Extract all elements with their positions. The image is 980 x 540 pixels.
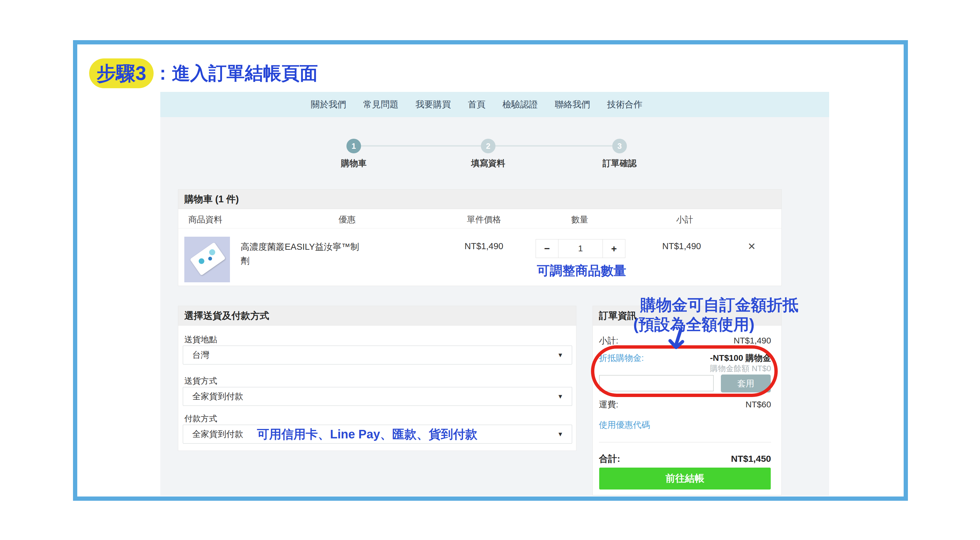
coupon-code-link[interactable]: 使用優惠代碼 (599, 419, 650, 431)
delivery-location-select[interactable]: 台灣 ▼ (183, 346, 572, 365)
nav-item-contact[interactable]: 聯絡我們 (555, 99, 590, 111)
col-quantity: 數量 (571, 214, 588, 225)
total-value: NT$1,450 (731, 454, 771, 464)
delivery-location-value: 台灣 (192, 349, 209, 361)
checkout-button[interactable]: 前往結帳 (599, 468, 771, 489)
page-title: ：進入訂單結帳頁面 (154, 58, 318, 88)
progress-step-3-number: 3 (617, 142, 622, 151)
progress-step-1-circle: 1 (347, 139, 361, 153)
shipping-fee-value: NT$60 (746, 400, 771, 409)
step-badge-label: 步驟3 (96, 60, 146, 87)
quantity-decrease-button[interactable]: − (536, 239, 558, 258)
progress-step-2-number: 2 (486, 142, 490, 151)
product-image (184, 237, 230, 282)
progress-step-1-number: 1 (352, 142, 356, 151)
credit-callout-line2: (預設為全額使用) (633, 314, 755, 335)
order-info-title: 訂單資訊 (599, 309, 636, 322)
quantity-input[interactable]: 1 (558, 239, 603, 258)
cart-column-header-row: 商品資料 優惠 單件價格 數量 小計 (178, 209, 781, 228)
quantity-stepper: − 1 + (536, 239, 625, 258)
cart-header: 購物車 (1 件) (178, 190, 781, 209)
cart-title: 購物車 (1 件) (184, 193, 239, 205)
nav-item-about[interactable]: 關於我們 (311, 99, 346, 111)
progress-step-3-label: 訂單確認 (589, 158, 650, 169)
total-row: 合計: NT$1,450 (599, 453, 771, 465)
payment-method-label: 付款方式 (184, 413, 217, 424)
delivery-method-value: 全家貨到付款 (192, 390, 243, 402)
progress-step-2-circle: 2 (481, 139, 495, 153)
payment-method-value: 全家貨到付款 (192, 428, 243, 440)
nav-item-certification[interactable]: 檢驗認證 (503, 99, 538, 111)
product-name: 高濃度菌叢EASILY益汝寧™制劑 (240, 240, 365, 268)
shipping-payment-section: 選擇送貨及付款方式 送貨地點 台灣 ▼ 送貨方式 全家貨到付款 ▼ 付款方式 全… (178, 306, 576, 451)
chevron-down-icon: ▼ (557, 431, 563, 438)
quantity-increase-button[interactable]: + (603, 239, 625, 258)
nav-item-buy[interactable]: 我要購買 (415, 99, 451, 111)
remove-item-icon[interactable]: ✕ (748, 241, 756, 252)
nav-item-faq[interactable]: 常見問題 (363, 99, 398, 111)
shipping-fee-label: 運費: (599, 399, 618, 410)
col-discount: 優惠 (339, 214, 356, 225)
product-unit-price: NT$1,490 (465, 241, 503, 251)
delivery-method-label: 送貨方式 (184, 376, 217, 386)
col-subtotal: 小計 (676, 214, 693, 225)
credit-callout-line1: 購物金可自訂金額折抵 (640, 295, 799, 316)
progress-step-2-label: 填寫資料 (458, 158, 519, 169)
payment-method-select[interactable]: 全家貨到付款 可用信用卡、Line Pay、匯款、貨到付款 ▼ (183, 425, 572, 444)
payment-annotation: 可用信用卡、Line Pay、匯款、貨到付款 (257, 426, 477, 443)
product-subtotal: NT$1,490 (662, 241, 701, 251)
shipping-title: 選擇送貨及付款方式 (184, 309, 269, 322)
col-unit-price: 單件價格 (467, 214, 501, 225)
nav-item-home[interactable]: 首頁 (468, 99, 485, 111)
down-arrow-icon (666, 328, 688, 354)
chevron-down-icon: ▼ (557, 393, 563, 400)
shipping-header: 選擇送貨及付款方式 (178, 306, 576, 325)
delivery-method-select[interactable]: 全家貨到付款 ▼ (183, 387, 572, 406)
total-label: 合計: (599, 453, 620, 465)
checkout-button-label: 前往結帳 (665, 472, 705, 485)
shipping-fee-row: 運費: NT$60 (599, 399, 771, 410)
progress-step-1-label: 購物車 (323, 158, 384, 169)
progress-step-3-circle: 3 (612, 139, 627, 153)
step-badge: 步驟3 (89, 58, 154, 88)
nav-item-cooperation[interactable]: 技術合作 (607, 99, 643, 111)
cart-section: 購物車 (1 件) 商品資料 優惠 單件價格 數量 小計 高濃度菌叢EASILY… (178, 189, 782, 286)
chevron-down-icon: ▼ (557, 352, 563, 359)
product-packet-graphic (190, 242, 226, 276)
quantity-annotation: 可調整商品數量 (537, 262, 626, 279)
nav-menu: 關於我們 常見問題 我要購買 首頁 檢驗認證 聯絡我們 技術合作 (311, 92, 643, 117)
subtotal-value: NT$1,490 (733, 336, 771, 346)
subtotal-label: 小計: (599, 335, 618, 347)
delivery-location-label: 送貨地點 (184, 334, 217, 345)
col-product: 商品資料 (188, 214, 222, 225)
product-packet-pattern (196, 248, 220, 269)
tutorial-screenshot: 步驟3 ：進入訂單結帳頁面 關於我們 常見問題 我要購買 首頁 檢驗認證 聯絡我… (0, 0, 980, 540)
